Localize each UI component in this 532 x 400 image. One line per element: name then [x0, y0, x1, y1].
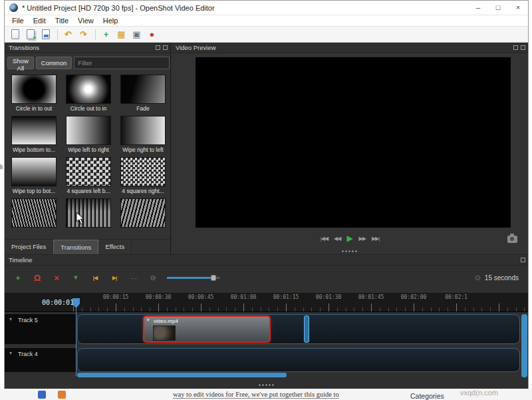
ruler-label: 00:00:15: [99, 294, 132, 300]
background-article-text: way to edit videos for Free, we've put t…: [173, 391, 339, 399]
snapping-toggle[interactable]: Ω: [29, 270, 45, 285]
timeline-panel-header: Timeline: [5, 255, 528, 266]
choose-profile-button[interactable]: ▦: [114, 28, 128, 41]
transition-item[interactable]: Wipe top to bot...: [8, 157, 60, 194]
playhead-line: [76, 307, 76, 376]
previous-marker-button[interactable]: |◀: [87, 270, 103, 285]
close-panel-icon[interactable]: [163, 45, 168, 50]
ruler-label: 00:02:00: [397, 294, 430, 300]
save-project-button[interactable]: [39, 28, 53, 41]
menu-help[interactable]: Help: [98, 17, 123, 25]
mouse-cursor: [76, 212, 85, 225]
transition-item[interactable]: Circle in to out: [8, 75, 60, 112]
add-marker-button[interactable]: ▼: [68, 270, 84, 285]
background-blue-icon: [38, 391, 46, 399]
track-menu-icon[interactable]: ▾: [9, 350, 12, 356]
fullscreen-button[interactable]: ▣: [130, 28, 144, 41]
preview-panel-header: Video Preview: [172, 43, 528, 53]
horizontal-scrollbar[interactable]: [77, 373, 287, 377]
float-panel-icon[interactable]: [513, 45, 518, 50]
zoom-slider[interactable]: [167, 277, 220, 279]
transition-item[interactable]: [117, 198, 169, 229]
zoom-slider-fill: [167, 277, 212, 279]
tab-project-files[interactable]: Project Files: [5, 240, 53, 254]
show-all-button[interactable]: Show All: [7, 57, 34, 69]
play-button[interactable]: ▶: [346, 234, 352, 243]
background-page-strip: way to edit videos for Free, we've put t…: [0, 389, 532, 400]
track-lane[interactable]: ▾ video.mp4: [77, 314, 520, 344]
open-project-button[interactable]: +: [23, 28, 37, 41]
clip-title: video.mp4: [154, 318, 178, 324]
splitter-handle-icon[interactable]: [341, 250, 358, 252]
jump-to-start-button[interactable]: |◀◀: [321, 236, 328, 242]
undo-button[interactable]: ↶: [61, 28, 75, 41]
new-project-button[interactable]: [8, 28, 22, 41]
rewind-button[interactable]: ◀◀: [334, 236, 340, 242]
clip-thumbnail: [153, 325, 176, 341]
transition-thumbnail: [66, 157, 111, 186]
next-marker-button[interactable]: ▶|: [106, 270, 122, 285]
common-button[interactable]: Common: [36, 57, 72, 69]
clip-menu-icon[interactable]: ▾: [147, 317, 150, 323]
fast-forward-button[interactable]: ▶▶: [359, 236, 366, 242]
transition-item[interactable]: Wipe left to right: [63, 116, 114, 153]
zoom-scale-label: 15 seconds: [485, 274, 519, 282]
timeline-ruler[interactable]: 00:00:01 00:00:15 00:00:30 00:00:45 00:0…: [5, 293, 528, 312]
redo-button[interactable]: ↷: [76, 28, 90, 41]
vertical-scrollbar[interactable]: [521, 314, 527, 377]
background-categories-text: Categories: [410, 392, 444, 400]
transition-thumbnail: [11, 75, 57, 104]
ruler-label: 00:00:30: [142, 294, 175, 300]
menu-file[interactable]: File: [7, 17, 29, 25]
open-project-icon: +: [27, 29, 35, 39]
ruler-ticks-major: [73, 303, 528, 311]
timeline-panel: Timeline + Ω × ▼ |◀ ▶| →← ⊖: [5, 254, 528, 389]
transition-item[interactable]: [63, 198, 114, 229]
float-panel-icon[interactable]: [156, 45, 160, 50]
main-toolbar: + ↶ ↷ + ▦ ▣ ●: [5, 27, 528, 43]
menu-view[interactable]: View: [73, 17, 98, 25]
transitions-panel-header: Transitions: [5, 43, 170, 53]
zoom-slider-handle[interactable]: [211, 275, 216, 281]
ruler-label: 00:01:45: [354, 294, 388, 300]
zoom-out-icon[interactable]: ⊖: [145, 270, 161, 285]
transition-item[interactable]: Fade: [117, 75, 169, 112]
transition-thumbnail: [120, 157, 166, 186]
close-button[interactable]: ×: [508, 1, 528, 15]
transition-item[interactable]: 4 squares right...: [117, 157, 169, 194]
transition-item[interactable]: 4 squares left b...: [63, 157, 114, 194]
transition-item[interactable]: Circle out to in: [63, 75, 114, 112]
capture-frame-icon[interactable]: [507, 236, 517, 243]
add-track-button[interactable]: +: [10, 270, 26, 285]
maximize-button[interactable]: □: [488, 1, 508, 15]
export-video-button[interactable]: ●: [145, 28, 159, 41]
splitter-handle-icon[interactable]: [258, 384, 275, 386]
import-files-button[interactable]: +: [99, 28, 113, 41]
track-lane[interactable]: [77, 348, 520, 372]
track-menu-icon[interactable]: ▾: [9, 316, 12, 322]
clip-video-mp4[interactable]: ▾ video.mp4: [143, 315, 271, 343]
razor-tool-button[interactable]: ×: [49, 270, 65, 285]
transition-thumbnail: [66, 116, 111, 145]
track-row: ▾ Track 5 ▾ video.mp4: [5, 314, 528, 344]
tab-effects[interactable]: Effects: [98, 240, 132, 254]
menu-title[interactable]: Title: [51, 17, 73, 25]
transition-thumbnail: [120, 198, 166, 228]
filter-input[interactable]: [74, 57, 170, 69]
transition-item[interactable]: [8, 198, 60, 229]
transition-item[interactable]: Wipe bottom to...: [8, 116, 60, 153]
center-playhead-button[interactable]: →←: [126, 270, 142, 285]
background-watermark: vxqd(n.com: [460, 389, 498, 397]
close-panel-icon[interactable]: [521, 45, 525, 50]
timeline-toolbar: + Ω × ▼ |◀ ▶| →← ⊖ ⊙ 15 seconds: [5, 267, 528, 288]
float-panel-icon[interactable]: [521, 258, 525, 262]
video-preview-canvas: [196, 57, 511, 228]
menu-edit[interactable]: Edit: [29, 17, 51, 25]
jump-to-end-button[interactable]: ▶▶|: [372, 236, 379, 242]
short-clip[interactable]: [304, 315, 309, 343]
transition-thumbnail: [11, 157, 57, 186]
tab-transitions[interactable]: Transitions: [53, 240, 98, 254]
track-name: Track 4: [18, 351, 38, 357]
transition-item[interactable]: Wipe right to left: [117, 116, 169, 153]
minimize-button[interactable]: –: [468, 1, 488, 15]
